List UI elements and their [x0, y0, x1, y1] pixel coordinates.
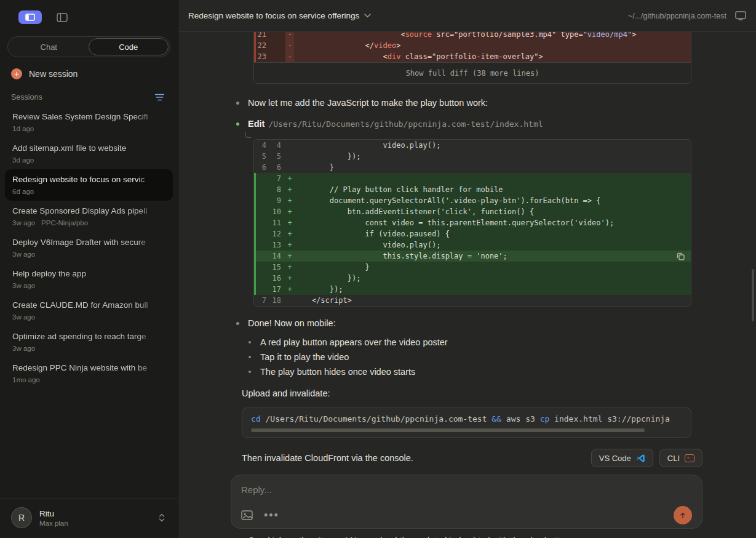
session-title: Create CLAUDE.MD for Amazon bull	[12, 300, 165, 310]
session-title: Create Sponsored Display Ads pipeli	[12, 206, 165, 215]
message-text: Now let me add the JavaScript to make th…	[248, 96, 488, 110]
sidebar-toggle-icon	[57, 13, 68, 22]
tab-code[interactable]: Code	[89, 38, 169, 55]
tab-chat[interactable]: Chat	[9, 38, 89, 55]
session-item[interactable]: Deploy V6Image Drafter with secure3w ago	[5, 232, 173, 263]
session-title: Redesign PPC Ninja website with be	[12, 363, 165, 372]
list-item: A red play button appears over the video…	[249, 335, 702, 350]
bullet-icon	[236, 102, 239, 105]
user-name: Ritu	[39, 509, 68, 518]
arrow-up-icon	[678, 511, 687, 520]
session-item[interactable]: Create CLAUDE.MD for Amazon bull3w ago	[5, 295, 173, 326]
bullet-icon	[249, 341, 251, 343]
session-title-dropdown[interactable]: Redesign website to focus on service off…	[188, 11, 371, 20]
app-window-icon	[25, 14, 35, 21]
session-time: 3d ago	[12, 156, 34, 164]
sidebar-toggle-button[interactable]	[57, 13, 68, 22]
command-text: cd /Users/Ritu/Documents/github/ppcninja…	[251, 414, 682, 424]
user-message-clipped: Good job on the sitemap! Now upload the …	[231, 534, 702, 538]
session-item[interactable]: Redesign PPC Ninja website with be1mo ag…	[5, 358, 173, 389]
diff-row: 16+ });	[254, 273, 691, 284]
assistant-message: Now let me add the JavaScript to make th…	[231, 96, 702, 110]
diff-row: 718 </script>	[254, 295, 691, 306]
vscode-button[interactable]: VS Code	[591, 449, 653, 467]
vscode-button-label: VS Code	[599, 454, 631, 463]
session-time: 6d ago	[12, 188, 34, 195]
diff-block-deleted: 21- <source src="portfolio/sample3.mp4" …	[253, 32, 691, 84]
page-title: Redesign website to focus on service off…	[188, 11, 359, 20]
diff-row: 15+ }	[254, 262, 691, 273]
copy-icon[interactable]	[677, 252, 685, 260]
session-meta: 1mo ago	[12, 376, 165, 383]
session-item[interactable]: Redesign website to focus on servic6d ag…	[5, 169, 173, 201]
reply-placeholder: Reply...	[241, 484, 692, 495]
session-item[interactable]: Optimize ad spending to reach targe3w ag…	[5, 326, 173, 358]
session-meta: 3w ago	[12, 282, 165, 289]
bullet-icon	[249, 356, 251, 358]
session-title: Add sitemap.xml file to website	[12, 143, 165, 153]
message-text: Good job on the sitemap! Now upload the …	[248, 534, 569, 538]
new-session-button[interactable]: + New session	[0, 60, 178, 86]
user-profile[interactable]: R Ritu Max plan	[0, 498, 178, 538]
diff-edit-rows: 44 video.play();55 });66 }7+8+ // Play b…	[254, 140, 691, 306]
sidebar-top	[0, 0, 178, 29]
session-meta: 6d ago	[12, 188, 165, 195]
filter-icon[interactable]	[155, 94, 164, 101]
session-meta: 3w ago	[12, 313, 165, 321]
attach-image-icon[interactable]	[241, 510, 253, 520]
diff-block-edit: 44 video.play();55 });66 }7+8+ // Play b…	[253, 139, 691, 307]
session-time: 3w ago	[12, 313, 35, 321]
sessions-label: Sessions	[11, 93, 42, 102]
session-title: Deploy V6Image Drafter with secure	[12, 238, 165, 247]
horizontal-scrollbar-thumb[interactable]	[251, 428, 645, 432]
plus-icon: +	[11, 68, 22, 79]
session-time: 3w ago	[12, 345, 35, 352]
terminal-icon: >_	[685, 454, 694, 462]
diff-row: 11+ const video = this.parentElement.que…	[254, 217, 691, 228]
diff-top-rows: 21- <source src="portfolio/sample3.mp4" …	[254, 32, 691, 62]
diff-row: 9+ document.querySelectorAll('.video-pla…	[254, 195, 691, 206]
edit-file-path: /Users/Ritu/Documents/github/ppcninja.co…	[268, 119, 543, 129]
command-block: cd /Users/Ritu/Documents/github/ppcninja…	[242, 408, 691, 438]
mode-tabs: Chat Code	[7, 36, 170, 57]
session-item[interactable]: Help deploy the app3w ago	[5, 263, 173, 295]
cli-button-label: CLI	[667, 454, 680, 463]
repo-path: ~/.../github/ppcninja.com-test	[628, 12, 726, 20]
vscode-icon	[636, 454, 645, 463]
assistant-message: Done! Now on mobile:	[231, 316, 702, 330]
diff-row: 13+ video.play();	[254, 239, 691, 251]
list-item: Tap it to play the video	[249, 350, 702, 364]
session-item[interactable]: Create Sponsored Display Ads pipeli3w ag…	[5, 201, 173, 232]
edit-tool-row: Edit /Users/Ritu/Documents/github/ppcnin…	[231, 117, 702, 131]
avatar: R	[11, 507, 32, 528]
more-options-icon[interactable]: •••	[264, 512, 279, 518]
chevron-down-icon	[364, 14, 371, 18]
session-item[interactable]: Add sitemap.xml file to website3d ago	[5, 138, 173, 169]
session-item[interactable]: Review Sales System Design Specifi1d ago	[5, 106, 173, 138]
app-logo-button[interactable]	[18, 10, 42, 24]
invalidate-text: Then invalidate CloudFront via the conso…	[242, 453, 413, 463]
display-icon[interactable]	[735, 11, 746, 20]
edit-bullet-icon	[236, 122, 239, 126]
done-list: A red play button appears over the video…	[249, 335, 702, 379]
tree-connector	[245, 132, 251, 138]
session-repo-badge: PPC-Ninja/pbo	[41, 219, 88, 227]
cli-button[interactable]: CLI >_	[659, 449, 702, 467]
send-button[interactable]	[674, 506, 692, 524]
diff-row: 21- <source src="portfolio/sample3.mp4" …	[254, 32, 691, 40]
reply-input[interactable]: Reply... •••	[231, 475, 702, 529]
main-panel: Redesign website to focus on service off…	[178, 0, 756, 538]
session-time: 3w ago	[12, 219, 35, 227]
show-full-diff-button[interactable]: Show full diff (38 more lines)	[254, 62, 691, 83]
diff-row: 17+ });	[254, 284, 691, 295]
message-text: Done! Now on mobile:	[248, 316, 336, 330]
session-time: 3w ago	[12, 251, 35, 258]
diff-row: 66 }	[254, 162, 691, 173]
session-meta: 3w agoPPC-Ninja/pbo	[12, 219, 165, 227]
diff-row: 55 });	[254, 151, 691, 162]
diff-row: 14+ this.style.display = 'none';	[254, 251, 691, 262]
edit-label: Edit	[248, 119, 265, 129]
vertical-scrollbar-thumb[interactable]	[752, 269, 754, 321]
session-time: 3w ago	[12, 282, 35, 289]
diff-row: 23- <div class="portfolio-item-overlay">	[254, 51, 691, 62]
